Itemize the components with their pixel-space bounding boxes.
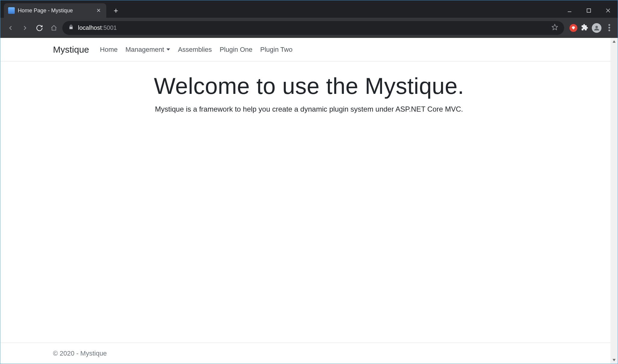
minimize-button[interactable] [560, 3, 579, 18]
nav-link-home[interactable]: Home [100, 46, 118, 54]
home-button[interactable] [48, 22, 60, 34]
browser-toolbar: localhost:5001 ••• [0, 18, 618, 38]
profile-avatar[interactable] [592, 23, 601, 33]
address-bar[interactable]: localhost:5001 [62, 21, 564, 35]
bookmark-star-icon[interactable] [551, 24, 558, 32]
extensions-area: ••• [567, 23, 613, 33]
nav-link-label: Plugin One [220, 46, 253, 54]
nav-link-label: Home [100, 46, 118, 54]
svg-marker-4 [552, 24, 557, 30]
chevron-down-icon [166, 48, 170, 51]
page-main: Welcome to use the Mystique. Mystique is… [0, 61, 618, 343]
nav-link-label: Assemblies [178, 46, 212, 54]
hero-subtitle: Mystique is a framework to help you crea… [155, 105, 463, 113]
vertical-scrollbar[interactable] [610, 38, 618, 364]
page-viewport: Mystique Home Management Assemblies Plug… [0, 38, 618, 364]
site-footer: © 2020 - Mystique [0, 343, 618, 364]
nav-link-plugin-two[interactable]: Plugin Two [260, 46, 293, 54]
scroll-down-icon[interactable] [610, 356, 618, 364]
lock-icon [68, 24, 74, 31]
svg-rect-1 [587, 9, 591, 12]
browser-menu-button[interactable]: ••• [605, 24, 613, 32]
nav-link-label: Plugin Two [260, 46, 293, 54]
hero-title: Welcome to use the Mystique. [154, 73, 464, 99]
forward-button[interactable] [19, 22, 31, 34]
close-tab-icon[interactable]: ✕ [95, 7, 102, 14]
site-navbar: Mystique Home Management Assemblies Plug… [0, 38, 618, 61]
maximize-button[interactable] [579, 3, 598, 18]
nav-link-assemblies[interactable]: Assemblies [178, 46, 212, 54]
svg-point-5 [595, 26, 598, 28]
extensions-button[interactable] [581, 24, 588, 32]
url-port: :5001 [102, 24, 117, 31]
url-host: localhost [78, 24, 102, 31]
svg-marker-6 [613, 40, 616, 43]
favicon-icon [8, 7, 15, 14]
tab-title: Home Page - Mystique [18, 8, 92, 14]
browser-tab[interactable]: Home Page - Mystique ✕ [4, 3, 106, 18]
tab-strip: Home Page - Mystique ✕ + [0, 0, 618, 18]
svg-marker-7 [613, 359, 616, 361]
back-button[interactable] [5, 22, 17, 34]
brand-link[interactable]: Mystique [53, 45, 89, 55]
url-text: localhost:5001 [78, 24, 117, 31]
nav-link-plugin-one[interactable]: Plugin One [220, 46, 253, 54]
nav-link-label: Management [126, 46, 164, 54]
new-tab-button[interactable]: + [110, 5, 122, 17]
nav-link-management[interactable]: Management [126, 46, 170, 54]
scroll-up-icon[interactable] [610, 38, 618, 45]
browser-chrome: Home Page - Mystique ✕ + [0, 0, 618, 38]
extension-adblock-icon[interactable] [570, 24, 577, 32]
reload-button[interactable] [33, 22, 45, 34]
footer-text: © 2020 - Mystique [53, 350, 107, 357]
close-window-button[interactable] [598, 3, 618, 18]
window-controls [560, 3, 618, 18]
